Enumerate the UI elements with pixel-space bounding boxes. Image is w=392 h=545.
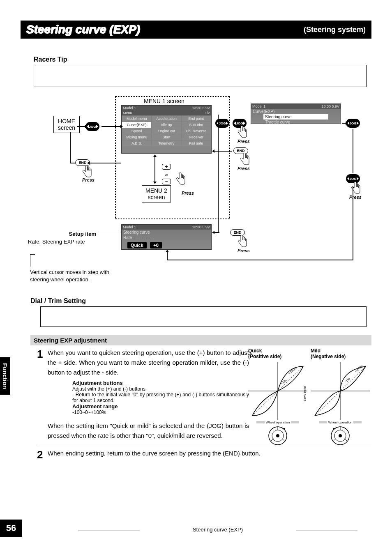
menu-cell: Model menu: [122, 116, 151, 122]
arrow-right: [77, 126, 85, 127]
press-label: Press: [238, 248, 250, 253]
arrow-left: [90, 163, 121, 163]
mild-title: Mild: [311, 348, 321, 354]
menu2-screen-text: MENU 2screen: [145, 187, 167, 200]
mild-curve-plot: -100% -1%: [311, 362, 370, 420]
menu2-screen-box: MENU 2screen: [142, 185, 171, 202]
lcd-curve-menu: Model 1 13:30 5.9V Curve(EXP) Steering c…: [251, 103, 341, 124]
exp-adjustment-heading: Steering EXP adjustment: [30, 335, 371, 345]
press-label: Press: [349, 195, 362, 200]
wheel-operation-label: Wheel operation: [266, 421, 290, 424]
hand-press-icon: [236, 235, 248, 249]
lcd-menu1: Model 1 13:30 5.9V Menu 1/2 Model menu A…: [121, 105, 212, 154]
menu-cell: Engine cut: [152, 128, 181, 134]
hand-press-icon: [81, 165, 93, 179]
adjustment-buttons-text2: - Return to the initial value "0" by pre…: [72, 392, 249, 403]
svg-text:-1%: -1%: [344, 377, 351, 383]
menu-cell: Telemetry: [152, 140, 181, 146]
step1-text: When you want to quicken steering operat…: [48, 348, 249, 377]
menu-cell: Start: [152, 134, 181, 140]
menu-cell-selected: Curve(EXP): [122, 122, 151, 128]
page-number: 56: [0, 520, 22, 537]
step-number-1: 1: [37, 348, 48, 441]
jog-icon: JOG: [85, 122, 99, 131]
quick-title: Quick: [248, 348, 262, 354]
menu-cell: Acceleration: [152, 116, 181, 122]
menu-cell: End point: [182, 116, 211, 122]
home-screen-box: HOMEscreen: [53, 116, 80, 133]
press-label: Press: [238, 139, 250, 144]
lcd-curve-model: Model 1: [252, 104, 265, 108]
section-tab: Function: [0, 357, 10, 395]
lcd-menu1-page: 1/2: [205, 111, 210, 115]
quick-curve-plot: +100% +1% Servo travel: [248, 362, 307, 420]
wheel-operation-label: Wheel operation: [328, 421, 352, 424]
connector-line: [167, 260, 353, 260]
menu-cell: Receiver: [182, 134, 211, 140]
adjustment-body: 1 When you want to quicken steering oper…: [37, 348, 371, 461]
connector-line: [97, 233, 121, 233]
press-label: Press: [238, 166, 250, 171]
lcd-setup-model: Model 1: [123, 225, 136, 229]
lcd-menu1-menu: Menu: [123, 111, 132, 115]
lcd-menu1-model: Model 1: [123, 106, 136, 110]
menu-cell: Speed: [122, 128, 151, 134]
lcd-menu1-time: 13:30 5.9V: [192, 106, 210, 110]
adjustment-buttons-text: Adjust with the (+) and (-) buttons.: [72, 386, 249, 392]
rate-label: Rate: Steering EXP rate: [28, 239, 85, 245]
arrow-right: [342, 123, 346, 124]
navigation-diagram: MENU 1 screen HOMEscreen Model 1 13:30 5…: [21, 92, 371, 293]
home-screen-text: HOMEscreen: [58, 118, 75, 131]
cursor-note: Vertical cursor moves in step with steer…: [30, 269, 120, 283]
arrow-left: [214, 232, 219, 233]
svg-point-20: [339, 434, 342, 437]
connector-line: [353, 186, 353, 260]
lcd-setup-quick: Quick: [127, 242, 147, 248]
lcd-setup-header: Steering curve: [122, 230, 211, 235]
lcd-setup-value: +0: [150, 242, 162, 248]
lcd-steering-setup: Model 1 13:30 5.9V Steering curve Rate Q…: [121, 224, 212, 250]
title-bar: Steering curve (EXP) (Steering system): [21, 21, 371, 39]
hand-press-icon: [174, 172, 187, 186]
step-number-2: 2: [37, 448, 48, 461]
hand-press-icon: [238, 153, 251, 167]
connector-line: [218, 115, 219, 233]
hand-press-icon: [349, 182, 362, 195]
quick-subtitle: (Positive side): [248, 354, 281, 359]
bar-icon: [256, 421, 265, 423]
lcd-curve-item1: Steering curve: [263, 114, 328, 120]
plus-minus-buttons: + or −: [160, 163, 173, 185]
step2-text: When ending setting, return to the curve…: [48, 448, 261, 461]
menu-cell: Sub trim: [182, 122, 211, 128]
press-label: Press: [82, 177, 95, 182]
lcd-setup-time: 13:30 5.9V: [192, 225, 210, 229]
footer-title: Steering curve (EXP): [78, 527, 357, 533]
setup-item-label: Setup item: [59, 231, 96, 237]
dotted-underline: [133, 238, 154, 238]
quick-mild-note: When the setting item "Quick or mild" is…: [48, 421, 249, 441]
lcd-curve-time: 13:30 5.9V: [321, 104, 339, 108]
menu-cell: Ch. Reverse: [182, 128, 211, 134]
adjustment-range-text: -100~0~+100%: [72, 409, 249, 415]
racers-tip-box: [34, 65, 367, 87]
adjustment-buttons-heading: Adjustment buttons: [72, 380, 249, 386]
press-label: Press: [182, 191, 194, 195]
hand-press-icon: [236, 126, 248, 140]
connector-line: [353, 129, 353, 173]
svg-text:+1%: +1%: [280, 378, 288, 385]
svg-point-8: [276, 434, 279, 437]
mild-subtitle: (Negative side): [311, 354, 346, 359]
dial-trim-box: [40, 306, 367, 327]
lcd-curve-header: Curve(EXP): [251, 109, 341, 114]
plus-button-icon: +: [162, 164, 171, 170]
curve-figures: Quick (Positive side) +100% +1% Serv: [248, 348, 371, 446]
arrow-up: [167, 252, 168, 260]
menu-cell: Idle up: [152, 122, 181, 128]
bar-icon: [353, 421, 362, 423]
connector-line: [70, 163, 76, 163]
page-title: Steering curve (EXP): [26, 23, 140, 36]
svg-text:Servo travel: Servo travel: [303, 386, 306, 401]
menu-cell: A.B.S.: [122, 140, 151, 146]
steering-wheel-icon: [330, 426, 350, 446]
menu-cell: Mixing menu: [122, 134, 151, 140]
